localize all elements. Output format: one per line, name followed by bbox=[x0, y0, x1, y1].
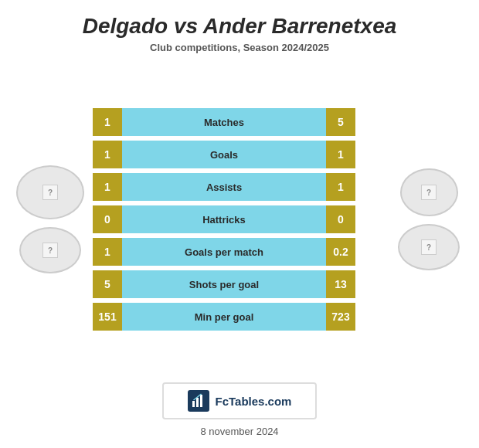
stat-row: 0Hattricks0 bbox=[93, 205, 355, 233]
player-left-avatar-large: ? bbox=[16, 165, 84, 219]
stat-right-value: 723 bbox=[326, 303, 355, 331]
stat-right-value: 1 bbox=[326, 173, 355, 201]
stat-label: Min per goal bbox=[122, 303, 326, 331]
stat-left-value: 1 bbox=[93, 238, 122, 266]
stat-right-value: 0 bbox=[326, 205, 355, 233]
page-subtitle: Club competitions, Season 2024/2025 bbox=[150, 42, 329, 53]
stat-left-value: 5 bbox=[93, 270, 122, 298]
stat-right-value: 5 bbox=[326, 108, 355, 136]
stat-row: 1Goals1 bbox=[93, 141, 355, 168]
player-right-avatar-medium: ? bbox=[400, 168, 458, 216]
player-right-question-medium: ? bbox=[421, 185, 437, 200]
player-right-question-small: ? bbox=[421, 239, 437, 255]
stat-right-value: 13 bbox=[326, 270, 355, 298]
stat-left-value: 1 bbox=[93, 141, 122, 168]
stat-label: Matches bbox=[122, 108, 326, 136]
stat-label: Shots per goal bbox=[122, 270, 326, 298]
stat-label: Goals bbox=[122, 141, 326, 168]
comparison-area: ? ? 1Matches51Goals11Assists10Hattricks0… bbox=[0, 64, 479, 375]
stat-label: Hattricks bbox=[122, 205, 326, 233]
player-left-avatar-small: ? bbox=[19, 227, 81, 273]
logo-icon bbox=[188, 390, 209, 412]
stat-row: 5Shots per goal13 bbox=[93, 270, 355, 298]
stat-row: 1Matches5 bbox=[93, 108, 355, 136]
stat-label: Assists bbox=[122, 173, 326, 201]
svg-rect-0 bbox=[192, 401, 195, 407]
player-left-question-large: ? bbox=[42, 185, 58, 200]
stat-row: 151Min per goal723 bbox=[93, 303, 355, 331]
main-container: Delgado vs Ander Barrenetxea Club compet… bbox=[0, 0, 479, 448]
stat-label: Goals per match bbox=[122, 238, 326, 266]
logo-area: FcTables.com bbox=[162, 382, 317, 419]
player-right: ? ? bbox=[386, 168, 471, 270]
logo-text: FcTables.com bbox=[216, 395, 292, 408]
player-right-avatar-small: ? bbox=[398, 224, 460, 270]
stat-right-value: 0.2 bbox=[326, 238, 355, 266]
stats-rows: 1Matches51Goals11Assists10Hattricks01Goa… bbox=[93, 108, 386, 331]
svg-rect-2 bbox=[200, 395, 202, 407]
player-left: ? ? bbox=[8, 165, 93, 273]
svg-rect-1 bbox=[196, 398, 199, 407]
stat-left-value: 1 bbox=[93, 108, 122, 136]
player-left-question-small: ? bbox=[42, 243, 58, 258]
stat-right-value: 1 bbox=[326, 141, 355, 168]
page-title: Delgado vs Ander Barrenetxea bbox=[83, 14, 397, 39]
stat-row: 1Goals per match0.2 bbox=[93, 238, 355, 266]
stat-left-value: 151 bbox=[93, 303, 122, 331]
stat-left-value: 0 bbox=[93, 205, 122, 233]
date-label: 8 november 2024 bbox=[200, 426, 278, 437]
stat-left-value: 1 bbox=[93, 173, 122, 201]
stat-row: 1Assists1 bbox=[93, 173, 355, 201]
